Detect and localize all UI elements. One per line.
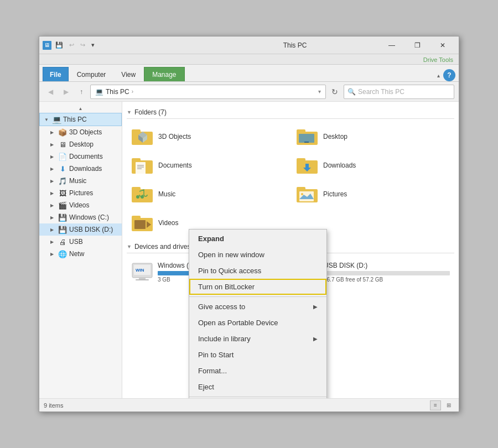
details-view-button[interactable]: ≡ [430,400,441,410]
app-icon: 🖥 [43,41,51,50]
usb-icon: 💾 [58,225,67,234]
quick-access-undo[interactable]: ↩ [67,40,76,50]
title-bar-left: 🖥 💾 ↩ ↪ ▾ [43,40,211,50]
ctx-open-portable[interactable]: Open as Portable Device [189,315,326,331]
folder-downloads[interactable]: Downloads [292,152,454,179]
sidebar-item-videos[interactable]: ▶ 🎬 Videos [39,199,122,211]
sidebar-label: Netw [69,250,84,258]
downloads-icon: ⬇ [58,164,67,173]
sidebar-label: 3D Objects [69,128,102,136]
folder-documents[interactable]: Documents [127,152,289,179]
window-title: This PC [211,41,379,49]
context-menu: Expand Open in new window Pin to Quick a… [189,229,327,398]
view-toggle: ≡ ⊞ [430,400,454,410]
folders-section-header: ▼ Folders (7) [127,106,454,119]
chevron-icon: ▶ [50,179,56,184]
forward-button[interactable]: ▶ [59,85,72,98]
help-button[interactable]: ? [443,69,455,81]
ctx-open-new-window[interactable]: Open in new window [189,247,326,263]
address-path[interactable]: 💻 This PC › ▾ [90,85,326,99]
sidebar-label: USB [69,238,83,246]
ctx-give-access[interactable]: Give access to ▶ [189,299,326,315]
folder-name: Downloads [323,162,356,169]
chevron-icon: ▶ [50,203,56,208]
sidebar-label: Documents [69,153,103,160]
sidebar-item-documents[interactable]: ▶ 📄 Documents [39,150,122,163]
sidebar-label: Pictures [69,189,93,197]
svg-rect-23 [297,187,305,191]
sidebar-item-windows-c[interactable]: ▶ 💾 Windows (C:) [39,211,122,223]
chevron-icon: ▶ [50,142,56,147]
quick-access-save[interactable]: 💾 [53,40,65,50]
drive-c-icon: 💾 [58,213,67,222]
chevron-icon: ▶ [50,215,56,220]
chevron-icon: ▶ [50,166,56,171]
sidebar-item-desktop[interactable]: ▶ 🖥 Desktop [39,138,122,150]
path-separator: › [132,88,133,95]
status-bar: 9 items ≡ ⊞ [39,398,459,411]
ctx-pin-quick-access[interactable]: Pin to Quick access [189,263,326,279]
sidebar-item-music[interactable]: ▶ 🎵 Music [39,175,122,187]
ctx-turn-on-bitlocker[interactable]: Turn on BitLocker [189,279,326,295]
quick-access-redo[interactable]: ↪ [78,40,87,50]
3d-objects-folder-icon [132,127,154,146]
sidebar-scroll-up[interactable]: ▲ [39,104,122,113]
tab-view[interactable]: View [114,67,143,81]
usb2-icon: 🖨 [58,237,67,246]
folder-desktop[interactable]: Desktop [292,123,454,150]
search-box[interactable]: 🔍 Search This PC [344,85,454,99]
quick-access-dropdown[interactable]: ▾ [89,40,97,50]
path-text: This PC [106,88,129,96]
sidebar-item-usb-disk[interactable]: ▶ 💾 USB DISK (D:) [39,223,122,236]
ctx-include-library[interactable]: Include in library ▶ [189,331,326,347]
svg-point-21 [141,195,144,199]
sidebar-item-this-pc[interactable]: ▼ 💻 This PC [39,113,122,126]
desktop-folder-icon [297,127,319,146]
up-button[interactable]: ↑ [75,85,88,98]
section-chevron: ▼ [127,110,132,115]
3d-objects-icon: 📦 [58,128,67,137]
svg-point-26 [301,193,303,195]
tab-computer[interactable]: Computer [70,67,113,81]
desktop-icon: 🖥 [58,140,67,149]
folder-music[interactable]: Music [127,181,289,207]
sidebar-label: Windows (C:) [69,213,109,221]
minimize-button[interactable]: — [379,37,404,54]
tab-file[interactable]: File [43,67,69,81]
address-bar: ◀ ▶ ↑ 💻 This PC › ▾ ↻ 🔍 Search This PC [39,82,459,102]
ctx-pin-start[interactable]: Pin to Start [189,347,326,363]
ribbon-collapse-chevron[interactable]: ▴ [437,72,440,79]
close-button[interactable]: ✕ [430,37,455,54]
sidebar-item-downloads[interactable]: ▶ ⬇ Downloads [39,163,122,175]
sidebar-item-pictures[interactable]: ▶ 🖼 Pictures [39,187,122,199]
music-icon: 🎵 [58,176,67,185]
sidebar-item-3d-objects[interactable]: ▶ 📦 3D Objects [39,126,122,138]
sidebar-label: Downloads [69,165,102,173]
sidebar-label: Desktop [69,140,94,148]
maximize-button[interactable]: ❐ [404,37,430,54]
search-placeholder: Search This PC [358,88,404,96]
path-dropdown[interactable]: ▾ [318,88,321,95]
this-pc-label: This PC [63,116,87,123]
back-button[interactable]: ◀ [44,85,57,98]
folders-title: Folders (7) [134,108,167,116]
downloads-folder-icon [297,156,319,175]
svg-rect-19 [132,187,141,191]
folder-name: Videos [158,219,178,227]
svg-rect-34 [136,279,149,280]
tab-manage[interactable]: Manage [144,67,184,81]
videos-icon: 🎬 [58,201,67,210]
ribbon-tabs: File Computer View Manage ▴ ? [39,65,459,81]
title-bar: 🖥 💾 ↩ ↪ ▾ This PC — ❐ ✕ [39,37,459,54]
file-area: ▼ Folders (7) 3D Objects [122,102,459,398]
folder-pictures[interactable]: Pictures [292,181,454,207]
ctx-eject[interactable]: Eject [189,379,326,395]
ctx-format[interactable]: Format... [189,363,326,379]
refresh-button[interactable]: ↻ [328,85,341,98]
sidebar-item-usb[interactable]: ▶ 🖨 USB [39,236,122,248]
folder-3d-objects[interactable]: 3D Objects [127,123,289,150]
sidebar-item-network[interactable]: ▶ 🌐 Netw [39,248,122,260]
ctx-expand[interactable]: Expand [189,231,326,247]
large-icons-view-button[interactable]: ⊞ [443,400,454,410]
submenu-arrow: ▶ [313,304,318,310]
